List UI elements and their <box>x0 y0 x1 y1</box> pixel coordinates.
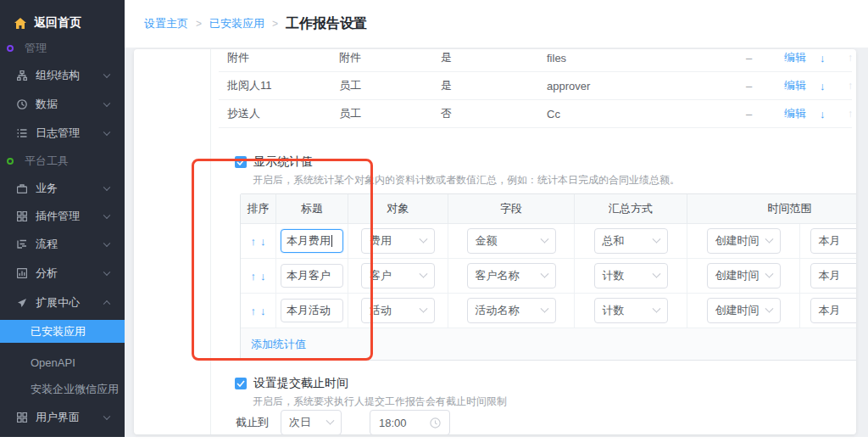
edit-link[interactable]: 编辑 <box>784 78 820 93</box>
object-select[interactable]: 费用 <box>361 228 435 254</box>
edit-link[interactable]: 编辑 <box>784 50 820 65</box>
move-down-icon[interactable]: ↓ <box>820 80 848 92</box>
sidebar-item-flow[interactable]: 流程 <box>0 234 125 255</box>
object-select[interactable]: 活动 <box>361 298 435 323</box>
sidebar-item-home[interactable]: 返回首页 <box>0 10 125 36</box>
breadcrumb-separator: > <box>196 18 202 30</box>
chevron-down-icon <box>103 269 110 276</box>
chevron-down-icon <box>103 212 110 219</box>
app-window: 返回首页 管理 组织结构 数据 日志管理 <box>0 0 868 437</box>
sidebar-item-extension-center[interactable]: 扩展中心 <box>0 293 125 313</box>
title-input[interactable]: 本月客户 <box>281 264 343 288</box>
sort-cell: ↑ ↓ <box>241 259 276 293</box>
show-statistics-label: 显示统计值 <box>253 154 313 170</box>
card-divider <box>210 49 211 434</box>
time-range-select[interactable]: 本月 <box>810 298 857 323</box>
method-select[interactable]: 计数 <box>594 263 668 288</box>
time-range-select[interactable]: 本月 <box>810 228 857 254</box>
move-down-icon[interactable]: ↓ <box>260 305 266 317</box>
title-input[interactable]: 本月费用 <box>281 229 343 253</box>
sidebar-item-label: 扩展中心 <box>36 295 80 311</box>
sidebar-item-label: 插件管理 <box>36 209 80 224</box>
rocket-icon <box>16 297 28 309</box>
sidebar-item-org-structure[interactable]: 组织结构 <box>0 65 125 86</box>
chevron-up-icon <box>103 300 110 307</box>
move-up-icon[interactable]: ↑ <box>251 235 257 248</box>
field-key: files <box>547 52 746 64</box>
field-extra: – <box>746 108 784 120</box>
field-select[interactable]: 活动名称 <box>467 298 556 323</box>
breadcrumb: 设置主页 > 已安装应用 > 工作报告设置 <box>144 15 367 33</box>
field-required: 是 <box>441 78 547 93</box>
report-fields-table: 附件 附件 是 files – 编辑 ↓ ↑ 批阅人11 员工 是 approv… <box>219 49 852 128</box>
settings-card: 附件 附件 是 files – 编辑 ↓ ↑ 批阅人11 员工 是 approv… <box>134 49 856 434</box>
sidebar-item-installed-apps[interactable]: 已安装应用 <box>0 320 125 343</box>
sidebar-item-label: OpenAPI <box>31 356 75 369</box>
chevron-down-icon <box>103 413 110 420</box>
column-header-sort: 排序 <box>241 194 276 223</box>
sidebar-section-admin: 管理 <box>0 40 125 57</box>
flow-icon <box>16 238 28 250</box>
sidebar-item-label: 安装企业微信应用 <box>31 382 119 397</box>
field-select[interactable]: 金额 <box>467 228 556 254</box>
statistics-row: ↑ ↓ 本月客户 客户 客户名称 计数 创建时间 本月 <box>241 259 856 294</box>
chevron-down-icon <box>420 304 428 312</box>
chevron-down-icon <box>540 234 548 243</box>
time-field-select[interactable]: 创建时间 <box>707 263 781 288</box>
move-up-icon[interactable]: ↑ <box>251 305 257 317</box>
title-input[interactable]: 本月活动 <box>281 299 343 322</box>
home-icon <box>14 17 26 29</box>
sidebar-item-label: 用户界面 <box>36 410 80 425</box>
add-statistic-link[interactable]: 添加统计值 <box>251 337 306 352</box>
chevron-down-icon <box>103 240 110 247</box>
field-select[interactable]: 客户名称 <box>467 263 556 288</box>
move-down-icon[interactable]: ↓ <box>260 235 266 248</box>
edit-link[interactable]: 编辑 <box>784 106 820 121</box>
breadcrumb-link-installed-apps[interactable]: 已安装应用 <box>209 16 264 31</box>
show-statistics-description: 开启后，系统统计某个对象内的资料计数或者数值汇总，例如：统计本日完成的合同业绩总… <box>253 173 680 188</box>
field-key: approver <box>547 80 746 92</box>
deadline-description: 开启后，系统要求执行人提交工作报告会有截止时间限制 <box>253 395 507 409</box>
chevron-down-icon <box>652 269 660 277</box>
table-row: 抄送人 员工 否 Cc – 编辑 ↓ ↑ <box>219 100 852 128</box>
sidebar-item-plugin-management[interactable]: 插件管理 <box>0 206 125 227</box>
sidebar-item-openapi[interactable]: OpenAPI <box>0 352 125 372</box>
sidebar-item-user-interface[interactable]: 用户界面 <box>0 407 125 428</box>
sidebar-item-analysis[interactable]: 分析 <box>0 263 125 283</box>
sidebar-item-data[interactable]: 数据 <box>0 94 125 115</box>
sidebar: 返回首页 管理 组织结构 数据 日志管理 <box>0 0 125 437</box>
sidebar-item-label: 分析 <box>36 266 58 281</box>
sidebar-item-install-wecom-app[interactable]: 安装企业微信应用 <box>0 379 125 400</box>
sidebar-item-label: 业务 <box>36 181 58 196</box>
time-field-select[interactable]: 创建时间 <box>707 228 781 254</box>
grid-icon <box>16 210 28 222</box>
sidebar-item-label: 组织结构 <box>36 68 80 83</box>
move-down-icon[interactable]: ↓ <box>820 52 848 64</box>
deadline-time-input[interactable]: 18:00 <box>370 410 450 434</box>
move-up-icon[interactable]: ↑ <box>251 270 257 283</box>
field-key: Cc <box>547 108 746 120</box>
chevron-down-icon <box>420 234 428 243</box>
sidebar-item-business[interactable]: 业务 <box>0 178 125 199</box>
breadcrumb-link-settings-home[interactable]: 设置主页 <box>144 16 188 31</box>
sidebar-item-log-management[interactable]: 日志管理 <box>0 123 125 143</box>
sidebar-section-label: 平台工具 <box>25 154 69 169</box>
move-down-icon[interactable]: ↓ <box>260 270 266 283</box>
statistics-row: ↑ ↓ 本月费用 费用 金额 总和 创建时间 本月 <box>241 224 856 259</box>
method-select[interactable]: 总和 <box>594 228 668 254</box>
method-select[interactable]: 计数 <box>594 298 668 323</box>
bar-chart-icon <box>16 267 28 279</box>
time-field-select[interactable]: 创建时间 <box>707 298 781 323</box>
time-range-select[interactable]: 本月 <box>810 263 857 288</box>
checkbox-checked-icon[interactable] <box>235 378 247 389</box>
object-select[interactable]: 客户 <box>361 263 435 288</box>
field-extra: – <box>746 80 784 92</box>
move-up-icon: ↑ <box>848 108 853 120</box>
deadline-day-select[interactable]: 次日 <box>281 410 342 434</box>
chevron-down-icon <box>103 184 110 191</box>
move-down-icon[interactable]: ↓ <box>820 108 848 120</box>
field-type: 员工 <box>339 78 441 93</box>
chevron-down-icon <box>103 129 110 136</box>
checkbox-checked-icon[interactable] <box>235 156 247 168</box>
chevron-down-icon <box>420 269 428 277</box>
